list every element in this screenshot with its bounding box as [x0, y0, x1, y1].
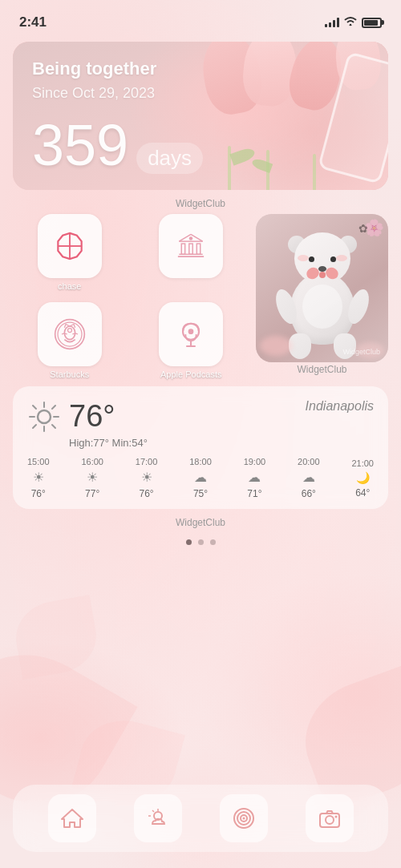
- svg-rect-9: [189, 244, 192, 254]
- svg-point-17: [67, 328, 71, 332]
- countdown-widget[interactable]: Being together Since Oct 29, 2023 359 da…: [13, 42, 388, 190]
- weather-hour-5: 20:00 ☁ 66°: [298, 457, 320, 499]
- countdown-days: days: [136, 143, 203, 174]
- svg-line-28: [52, 425, 55, 428]
- page-dot-1[interactable]: [186, 539, 192, 545]
- weather-temp: 76°: [69, 399, 115, 434]
- weather-left: 76°: [27, 399, 115, 434]
- svg-point-38: [242, 818, 245, 820]
- photo-widget: 🌸 ✿: [256, 214, 388, 362]
- battery-icon: [362, 18, 382, 28]
- home-icon: [60, 806, 84, 830]
- svg-point-14: [55, 319, 84, 349]
- svg-line-33: [152, 810, 154, 812]
- weather-top: 76° Indianapolis: [27, 399, 374, 434]
- svg-line-5: [191, 234, 203, 241]
- app-grid: chase: [13, 214, 248, 382]
- photo-widget-label: WidgetClub: [342, 348, 380, 356]
- svg-point-13: [189, 236, 192, 240]
- svg-line-30: [33, 425, 36, 428]
- content-area: Being together Since Oct 29, 2023 359 da…: [0, 35, 401, 561]
- weather-widget-label: WidgetClub: [13, 514, 388, 533]
- weather-hour-1: 16:00 ☀ 77°: [81, 457, 103, 499]
- chase-app[interactable]: chase: [13, 214, 127, 294]
- svg-rect-8: [182, 244, 185, 254]
- weather-city: Indianapolis: [306, 399, 374, 414]
- target-icon: [232, 806, 256, 830]
- svg-line-27: [33, 406, 36, 409]
- sun-icon: [27, 400, 61, 434]
- weather-hourly: 15:00 ☀ 76° 16:00 ☀ 77° 17:00 ☀ 76° 18:0…: [27, 457, 374, 499]
- svg-point-41: [334, 816, 337, 818]
- chase-label: chase: [58, 281, 81, 291]
- starbucks-label: Starbucks: [50, 369, 89, 379]
- dock-target[interactable]: [220, 794, 268, 842]
- weather-details: High:77° Min:54°: [27, 437, 374, 449]
- bank-app[interactable]: [135, 214, 249, 294]
- weather-hour-6: 21:00 🌙 64°: [351, 458, 374, 499]
- page-dots: [13, 533, 388, 555]
- photo-widget-bottom-label: WidgetClub: [297, 362, 346, 382]
- podcasts-icon-box[interactable]: [159, 302, 223, 366]
- page-dot-2[interactable]: [198, 539, 204, 545]
- weather-icon: [146, 806, 170, 830]
- podcasts-app[interactable]: Apple Podcasts: [135, 302, 249, 382]
- svg-point-22: [38, 410, 51, 423]
- wifi-icon: [344, 16, 357, 29]
- teddy-bear: [274, 232, 371, 345]
- dock-weather[interactable]: [134, 794, 182, 842]
- weather-hour-4: 19:00 ☁ 71°: [244, 457, 266, 499]
- dock-home[interactable]: [48, 794, 96, 842]
- svg-point-19: [188, 329, 194, 334]
- weather-widget: 76° Indianapolis High:77° Min:54° 15:00 …: [13, 386, 388, 509]
- countdown-title: Being together Since Oct 29, 2023: [32, 58, 369, 103]
- weather-hour-2: 17:00 ☀ 76°: [136, 457, 158, 499]
- starbucks-icon-box[interactable]: [38, 302, 102, 366]
- svg-line-6: [180, 234, 192, 241]
- weather-hour-0: 15:00 ☀ 76°: [27, 457, 50, 499]
- podcasts-svg: [171, 314, 211, 354]
- countdown-widget-label: WidgetClub: [13, 195, 388, 214]
- dock-camera[interactable]: [306, 794, 354, 842]
- bank-svg: [173, 228, 209, 264]
- signal-icon: [325, 18, 339, 27]
- chase-svg: [52, 228, 87, 264]
- camera-icon: [318, 806, 342, 830]
- status-bar: 2:41: [0, 0, 401, 35]
- svg-point-0: [350, 24, 351, 26]
- svg-rect-10: [197, 244, 200, 254]
- svg-line-29: [52, 406, 55, 409]
- chase-icon-box[interactable]: [38, 214, 102, 278]
- page-dot-3[interactable]: [210, 539, 216, 545]
- weather-hour-3: 18:00 ☁ 75°: [189, 457, 212, 499]
- app-grid-column: chase: [13, 214, 248, 382]
- status-time: 2:41: [19, 14, 47, 30]
- starbucks-svg: [50, 314, 90, 354]
- svg-point-40: [326, 816, 334, 824]
- photo-widget-column: 🌸 ✿: [256, 214, 388, 382]
- bank-icon-box[interactable]: [159, 214, 223, 278]
- dock: [13, 785, 388, 852]
- countdown-text: Being together Since Oct 29, 2023 359 da…: [13, 42, 388, 190]
- starbucks-app[interactable]: Starbucks: [13, 302, 127, 382]
- countdown-number: 359: [32, 116, 128, 174]
- podcasts-label: Apple Podcasts: [160, 369, 221, 379]
- status-icons: [325, 16, 382, 29]
- middle-row: chase: [13, 214, 388, 382]
